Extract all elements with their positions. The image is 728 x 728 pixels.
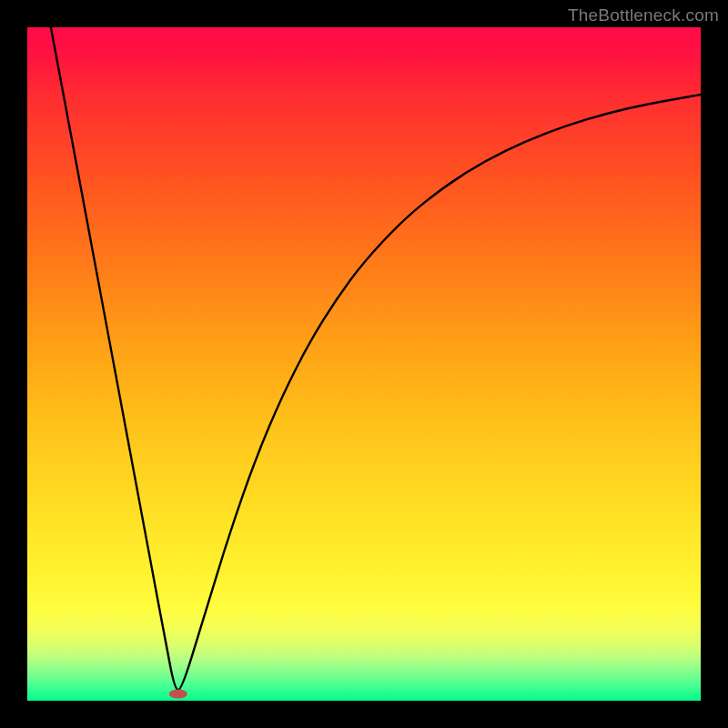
- minimum-marker: [169, 690, 187, 699]
- bottleneck-curve: [51, 27, 701, 690]
- chart-frame: TheBottleneck.com: [0, 0, 728, 728]
- chart-plot-area: [27, 27, 701, 701]
- watermark-text: TheBottleneck.com: [568, 5, 719, 25]
- chart-svg: [27, 27, 701, 701]
